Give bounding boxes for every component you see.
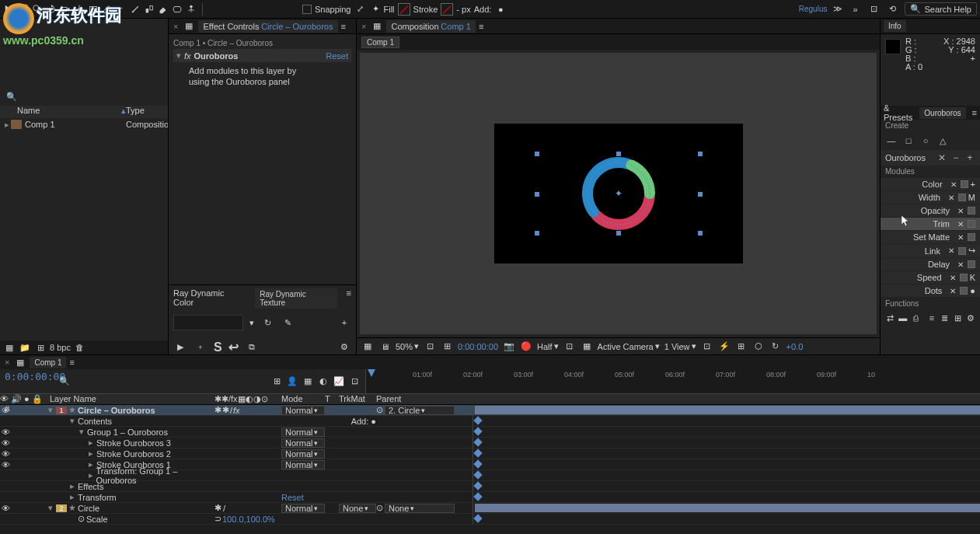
module-swatch[interactable] [968,233,975,241]
flowchart-icon[interactable]: ⬡ [752,340,765,353]
trash-icon[interactable]: 🗑 [74,341,86,354]
layer-row-1[interactable]: 👁 ▾1★Circle – Ouroboros ✱✱/fx Normal ▾ ⊙… [0,405,980,416]
workspace-name[interactable]: Regulus [799,5,828,13]
module-remove-icon[interactable]: ✕ [949,180,958,189]
fill-swatch[interactable] [398,3,410,16]
group-row[interactable]: 👁 ▾Group 1 – Ouroboros Normal ▾ [0,427,980,438]
comp-tab-menu-icon[interactable]: ≡ [479,22,483,31]
composition-tab[interactable]: Composition Comp 1 [386,20,475,33]
reset-exposure-icon[interactable]: ↻ [769,340,782,353]
current-time[interactable]: 0:00:00:00 [5,371,50,382]
view-dropdown[interactable]: 1 View ▾ [664,341,696,351]
func-icon-1[interactable]: ⇄ [885,312,895,323]
tl-graph-icon[interactable]: 📈 [333,375,345,388]
panel-lock-icon[interactable]: ▦ [183,20,195,33]
module-remove-icon[interactable]: ✕ [956,219,965,229]
module-swatch[interactable] [958,247,966,255]
add-menu-icon[interactable]: ● [494,3,507,16]
tl-draft-3d-icon[interactable]: ⊡ [348,375,361,388]
module-swatch[interactable] [968,207,975,215]
contents-row[interactable]: ▾Contents Add: ● [0,416,980,427]
module-swatch[interactable] [968,260,975,268]
composition-viewer[interactable]: ✦ [360,53,877,334]
tl-shy-icon[interactable]: 👤 [286,375,298,388]
ray-tab-texture[interactable]: Ray Dynamic Texture [255,288,337,309]
snapping-toggle[interactable]: Snapping ⤢ ✦ [302,3,382,16]
module-delay[interactable]: Delay✕ [881,258,980,270]
triangle-shape-icon[interactable]: △ [936,134,949,147]
add-texture-icon[interactable]: + [337,316,351,330]
snapshot-icon[interactable]: 📷 [503,340,515,353]
project-search-icon[interactable]: 🔍 [6,92,17,102]
func-icon-4[interactable]: ≡ [927,312,937,323]
ouro-layer-row[interactable]: Ouroboros ✕ − + [881,150,980,166]
module-swatch[interactable] [961,180,968,188]
tl-motion-blur-icon[interactable]: ◐ [317,375,330,388]
tl-search-icon[interactable]: 🔍 [59,376,70,386]
zoom-dropdown[interactable]: 50% ▾ [396,341,419,351]
hand-tool-icon[interactable] [17,3,30,16]
comp-lock-icon[interactable]: ▦ [371,20,383,33]
stroke3-row[interactable]: 👁 ▸Stroke Ouroboros 3 Normal ▾ [0,438,980,448]
grid-icon[interactable]: ⊞ [441,340,453,353]
copy-icon[interactable]: ⧉ [245,340,259,354]
module-trim[interactable]: Trim✕ [881,218,980,230]
module-remove-icon[interactable]: ✕ [956,206,965,215]
module-swatch[interactable] [960,274,968,281]
ray-tab-color[interactable]: Ray Dynamic Color [173,288,246,309]
tl-lock-icon[interactable]: ▦ [14,356,26,368]
ouroboros-tab[interactable]: Ouroboros [919,107,965,119]
project-item[interactable]: ▸ Comp 1 Composition [0,118,168,131]
ouro-menu-icon[interactable]: ≡ [972,108,977,117]
reset-workspace-icon[interactable]: ⟲ [886,3,898,16]
interpret-icon[interactable]: ▦ [3,341,16,354]
pan-behind-tool-icon[interactable] [73,3,85,16]
module-remove-icon[interactable]: ✕ [948,286,957,295]
rectangle-tool-icon[interactable] [87,3,99,16]
timeline-tab[interactable]: Comp 1 [30,357,66,368]
module-width[interactable]: Width✕M [881,191,980,204]
alpha-icon[interactable]: ▦ [361,340,374,353]
tl-close-icon[interactable]: × [3,358,11,367]
module-link[interactable]: Link✕↪ [881,244,980,257]
module-dots[interactable]: Dots✕● [881,284,980,297]
layer-minus-icon[interactable]: − [950,152,961,163]
module-remove-icon[interactable]: ✕ [948,273,957,282]
ouroboros-ring-shape[interactable]: ✦ [577,152,661,236]
help-search-field[interactable]: 🔍 Search Help [905,2,977,16]
new-comp-icon[interactable]: ⊞ [34,341,47,354]
transform-row[interactable]: ▸Transform Reset [0,492,980,503]
rotate-tool-icon[interactable] [45,3,58,16]
text-tool-icon[interactable]: T [115,3,127,16]
pixel-aspect-icon[interactable]: ⊡ [701,340,713,353]
module-swatch[interactable] [960,287,968,295]
exposure-value[interactable]: +0.0 [786,342,804,351]
camera-dropdown[interactable]: Active Camera ▾ [598,341,660,351]
clone-tool-icon[interactable] [143,3,155,16]
ruler-icon[interactable]: ⊡ [424,340,436,353]
settings-icon[interactable]: ⚙ [337,340,351,354]
play-icon[interactable]: ▶ [173,340,187,354]
add-small-icon[interactable]: + [194,340,208,354]
texture-dropdown[interactable] [173,315,243,330]
puppet-tool-icon[interactable] [185,3,197,16]
snap-opt2-icon[interactable]: ✦ [370,3,382,16]
stroke-width-value[interactable]: - px [456,5,470,14]
func-icon-7[interactable]: ⚙ [965,312,975,323]
func-icon-2[interactable]: ▬ [898,312,909,323]
effect-reset-link[interactable]: Reset [326,51,348,61]
tab-menu-icon[interactable]: ≡ [341,22,346,31]
layer-row-2[interactable]: 👁 ▾2★Circle ✱/ Normal ▾ None ▾ ⊙None ▾ [0,503,980,514]
effect-row[interactable]: ▾fx Ouroboros Reset [173,49,351,62]
circle-shape-icon[interactable]: ○ [919,134,932,147]
roi-icon[interactable]: ⊡ [563,340,576,353]
effect-controls-tab[interactable]: Effect Controls Circle – Ouroboros [198,20,337,33]
ray-menu-icon[interactable]: ≡ [347,288,351,309]
module-remove-icon[interactable]: ✕ [956,260,965,269]
transparency-icon[interactable]: ▦ [581,340,593,353]
zoom-tool-icon[interactable] [31,3,44,16]
stroke2-row[interactable]: 👁 ▸Stroke Ouroboros 2 Normal ▾ [0,448,980,459]
func-icon-3[interactable]: ⎙ [911,312,921,323]
square-shape-icon[interactable]: □ [902,134,915,147]
close-tab-icon[interactable]: × [172,22,180,31]
